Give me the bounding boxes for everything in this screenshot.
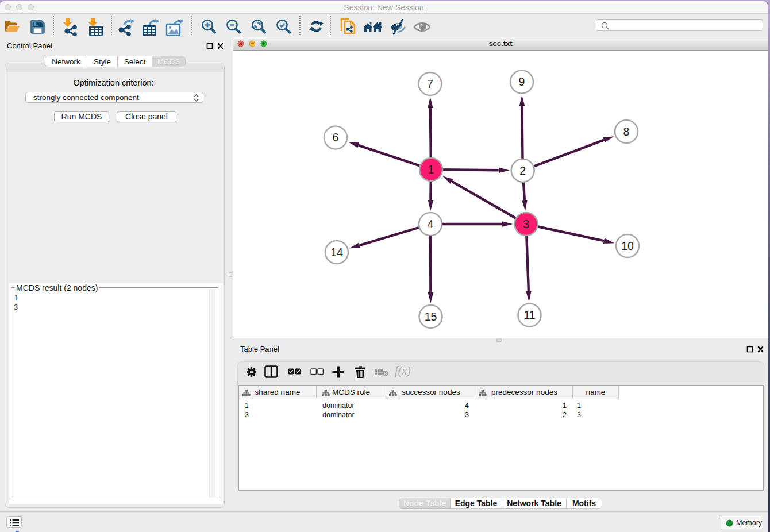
svg-text:15: 15 — [425, 310, 437, 323]
svg-text:8: 8 — [623, 125, 630, 138]
svg-text:6: 6 — [333, 131, 339, 144]
svg-text:14: 14 — [330, 246, 343, 259]
svg-text:1: 1 — [428, 163, 434, 176]
svg-text:9: 9 — [519, 75, 525, 88]
svg-text:2: 2 — [519, 164, 526, 177]
svg-text:10: 10 — [621, 240, 634, 252]
svg-text:7: 7 — [427, 78, 433, 90]
svg-text:3: 3 — [523, 218, 529, 230]
svg-text:4: 4 — [428, 218, 434, 230]
svg-text:11: 11 — [523, 309, 535, 321]
